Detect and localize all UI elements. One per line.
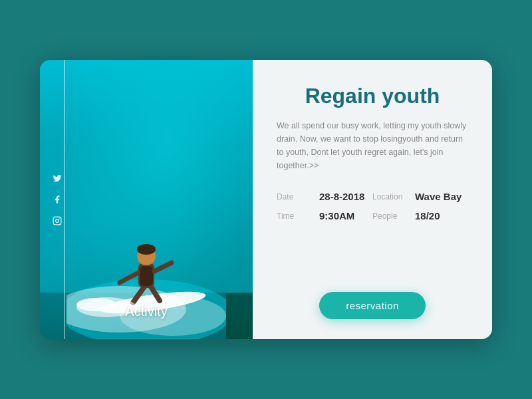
- info-grid: Date 28-8-2018 Location Wave Bay Time 9:…: [277, 191, 468, 221]
- instagram-icon[interactable]: [51, 214, 64, 227]
- svg-point-13: [76, 298, 116, 311]
- location-row: Location Wave Bay: [372, 191, 468, 202]
- time-label: Time: [277, 211, 311, 221]
- svg-rect-14: [53, 217, 61, 225]
- left-vertical-line: [64, 60, 65, 339]
- facebook-icon[interactable]: [51, 193, 64, 206]
- main-card: Activity Regain youth We all spend our b…: [40, 60, 492, 339]
- activity-label: Activity: [125, 304, 167, 319]
- location-value: Wave Bay: [415, 191, 462, 202]
- svg-point-11: [137, 244, 156, 255]
- svg-point-16: [59, 218, 60, 219]
- svg-point-15: [56, 219, 59, 223]
- people-value: 18/20: [415, 210, 440, 221]
- reservation-button[interactable]: reservation: [319, 292, 426, 319]
- card-left-panel: Activity: [40, 60, 253, 339]
- date-row: Date 28-8-2018: [277, 191, 372, 202]
- card-title: Regain youth: [277, 84, 468, 108]
- people-label: People: [372, 211, 407, 221]
- card-description: We all spend our busy work, letting my y…: [277, 119, 468, 172]
- card-right-panel: Regain youth We all spend our busy work,…: [253, 60, 492, 339]
- social-icons-group: [51, 172, 64, 227]
- time-value: 9:30AM: [319, 210, 354, 221]
- time-row: Time 9:30AM: [277, 210, 372, 221]
- date-label: Date: [277, 192, 311, 201]
- location-label: Location: [372, 192, 407, 201]
- twitter-icon[interactable]: [51, 172, 64, 185]
- date-value: 28-8-2018: [319, 191, 364, 202]
- svg-line-9: [154, 263, 172, 271]
- svg-rect-7: [140, 266, 153, 286]
- people-row: People 18/20: [372, 210, 468, 221]
